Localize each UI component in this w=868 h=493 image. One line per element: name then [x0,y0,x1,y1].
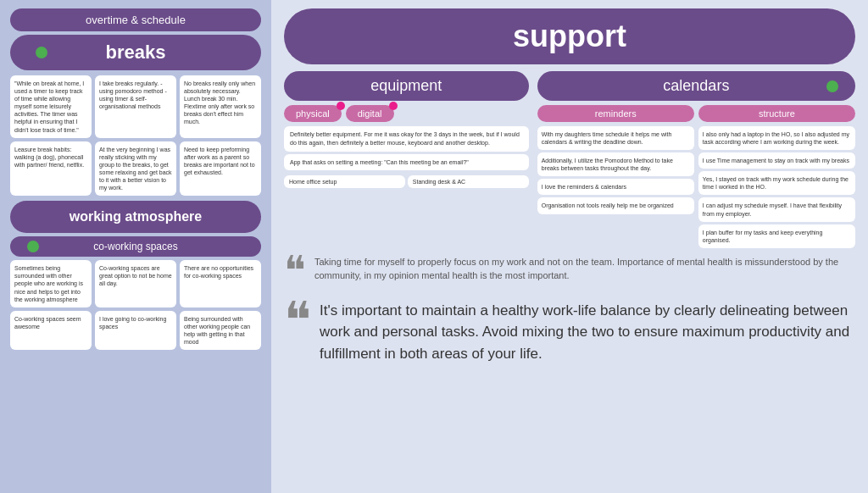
support-header: support [284,8,855,64]
structure-card-1: I also only had a laptop in the HO, so I… [698,126,855,150]
breaks-grid: "While on break at home, I used a timer … [10,75,261,196]
structure-card-5: I plan buffer for my tasks and keep ever… [698,224,855,248]
breaks-green-dot [36,47,47,58]
reminder-card-2: Additionally, I utilize the Pomodoro Met… [537,152,694,176]
overtime-label: overtime & schedule [86,14,186,26]
calendars-section: calendars reminders structure With my da… [537,71,855,248]
physical-pink-dot [337,102,345,110]
break-card-3: No breaks really only when absolutely ne… [180,75,261,138]
coworking-label: co-working spaces [93,241,177,252]
equipment-title: equipment [284,71,529,101]
right-panel: support equipment physical digital Defin… [271,0,868,493]
structure-col: I also only had a laptop in the HO, so I… [698,126,855,248]
quote-mark-2: ❝ [284,296,311,346]
break-card-6: Need to keep preforming after work as a … [180,141,261,197]
quote-mark-1: ❝ [284,251,306,291]
digital-tab[interactable]: digital [346,105,394,122]
equip-small-cards: Home office setup Standing desk & AC [284,175,529,188]
digital-pink-dot [389,102,398,110]
break-card-5: At the very beginning I was really stick… [95,141,176,197]
equip-home-office: Home office setup [284,175,405,188]
coworking-header: co-working spaces [10,236,261,257]
left-panel: overtime & schedule breaks "While on bre… [0,0,271,493]
break-card-2: I take breaks regularly. -using pomodoro… [95,75,176,138]
equipment-section: equipment physical digital Definitely be… [284,71,529,248]
coworking-green-dot [27,241,39,252]
reminder-card-4: Organisation not tools really help me be… [537,197,694,213]
quote-block-1: ❝ Taking time for myself to properly foc… [284,255,855,291]
structure-card-3: Yes, I stayed on track with my work sche… [698,171,855,195]
breaks-title: breaks [10,35,261,70]
calendars-title: calendars [537,71,855,101]
physical-tab[interactable]: physical [284,105,342,122]
structure-tab[interactable]: structure [698,105,855,122]
coworking-card-1: Sometimes being surrounded with other pe… [10,260,92,307]
quote-text-2: It's important to maintain a healthy wor… [320,300,855,365]
coworking-card-3: There are no opportunities for co-workin… [180,260,261,307]
quotes-section: ❝ Taking time for myself to properly foc… [284,255,855,365]
coworking-card-2: Co-working spaces are great option to no… [95,260,176,307]
reminders-tab[interactable]: reminders [537,105,694,122]
working-atmosphere-header: working atmosphere [10,201,261,233]
structure-card-4: I can adjust my schedule myself. I have … [698,197,855,221]
quote-block-2: ❝ It's important to maintain a healthy w… [284,300,855,365]
equip-tabs: physical digital [284,105,529,122]
coworking-card-6: Being surrounded with other working peop… [180,311,261,350]
reminder-card-3: I love the reminders & calendars [537,179,694,195]
coworking-grid: Sometimes being surrounded with other pe… [10,260,261,350]
equip-card-physical: Definitely better equipment. For me it w… [284,126,529,152]
break-card-4: Leasure break habits: walking (a dog), p… [10,141,92,197]
cal-tabs: reminders structure [537,105,855,122]
working-atmosphere-label: working atmosphere [70,209,202,224]
equip-card-digital: App that asks on setting a meeting: "Can… [284,154,529,171]
breaks-label: breaks [106,42,166,63]
calendars-green-dot [826,80,838,92]
top-row: equipment physical digital Definitely be… [284,71,855,248]
equip-cards: Definitely better equipment. For me it w… [284,126,529,188]
reminder-card-1: With my daughters time schedule it helps… [537,126,694,150]
reminders-col: With my daughters time schedule it helps… [537,126,694,248]
quote-text-1: Taking time for myself to properly focus… [314,255,855,283]
overtime-header: overtime & schedule [10,8,261,31]
equip-standing-desk: Standing desk & AC [408,175,529,188]
cal-content: With my daughters time schedule it helps… [537,126,855,248]
coworking-card-5: I love going to co-working spaces [95,311,176,350]
break-card-1: "While on break at home, I used a timer … [10,75,92,138]
structure-card-2: I use Time management to stay on track w… [698,152,855,169]
coworking-card-4: Co-working spaces seem awesome [10,311,92,350]
support-label: support [513,19,626,53]
